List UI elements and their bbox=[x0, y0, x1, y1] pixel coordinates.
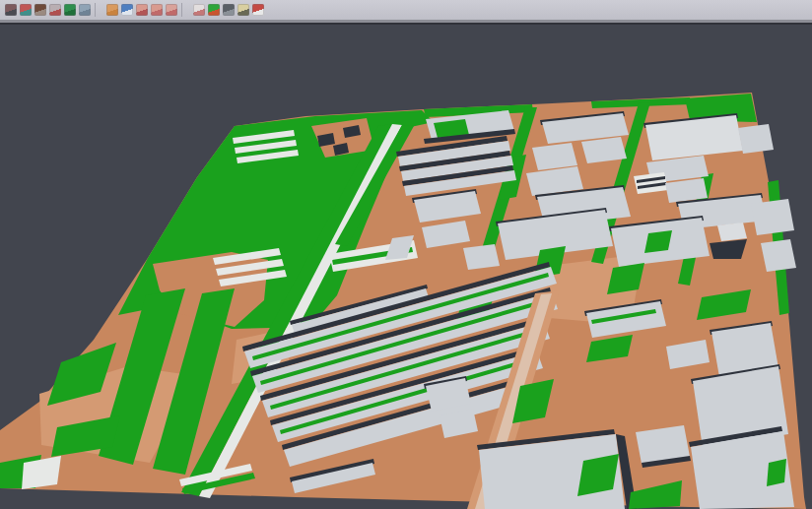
terrain-brown-icon[interactable] bbox=[34, 4, 46, 16]
main-toolbar bbox=[0, 0, 812, 23]
scalar-field-icon[interactable] bbox=[237, 4, 249, 16]
scene-r10 bbox=[761, 239, 796, 272]
scene-r9 bbox=[751, 199, 794, 235]
sample-points-icon[interactable] bbox=[49, 4, 61, 16]
3d-viewport[interactable] bbox=[0, 23, 812, 509]
layers-icon[interactable] bbox=[136, 4, 148, 16]
globe-icon[interactable] bbox=[121, 4, 133, 16]
scene-r8 bbox=[717, 223, 747, 241]
point-cloud-render bbox=[0, 25, 812, 509]
label-icon[interactable] bbox=[252, 4, 264, 16]
grid-icon[interactable] bbox=[193, 4, 205, 16]
scene-c7 bbox=[463, 244, 500, 270]
column-icon[interactable] bbox=[79, 4, 91, 16]
sphere-icon[interactable] bbox=[223, 4, 235, 16]
toolbar-separator bbox=[95, 3, 103, 17]
circle-select-icon[interactable] bbox=[151, 4, 163, 16]
classification-icon[interactable] bbox=[208, 4, 220, 16]
points-rgb-icon[interactable] bbox=[20, 4, 32, 16]
scene-veg-grid-3 bbox=[644, 230, 672, 253]
application-window bbox=[0, 0, 812, 509]
terrain-green-icon[interactable] bbox=[64, 4, 76, 16]
scene-r3 bbox=[738, 124, 774, 154]
orange-square-icon[interactable] bbox=[106, 4, 118, 16]
scene-veg-bottom-4 bbox=[767, 459, 786, 486]
scene-c2 bbox=[532, 143, 577, 170]
rect-select-icon[interactable] bbox=[166, 4, 177, 16]
toolbar-separator bbox=[181, 3, 190, 17]
point-cluster-icon[interactable] bbox=[5, 4, 17, 16]
